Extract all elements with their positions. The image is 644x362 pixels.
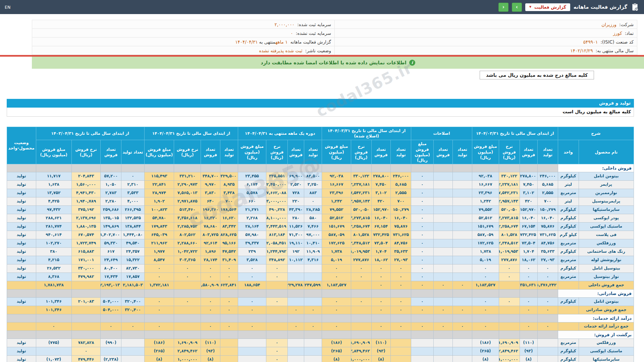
value-cell: ۳,۸۳۰	[201, 189, 220, 197]
col-subheader: تعداد فروش	[288, 140, 304, 164]
section-empty-cell	[499, 331, 520, 339]
value-cell: ۳,۰۰۰,۰۰۰	[266, 197, 288, 206]
value-cell: ۲۳,۴۵۵	[238, 172, 266, 181]
value-cell: ۶۴۰	[201, 197, 220, 206]
value-cell: ۰	[537, 322, 558, 331]
nav-forward-button[interactable]: ›	[512, 3, 522, 12]
section-label: فروش صادراتی:	[558, 290, 634, 298]
value-cell: ۶۱۵,۸۸۳	[71, 248, 100, 256]
value-cell: ۲,۹۷۱,۸۷۵	[174, 197, 201, 206]
section-empty-cell	[371, 290, 391, 298]
section-empty-cell	[121, 314, 145, 322]
value-cell: ۵,۰۱۹	[322, 256, 351, 264]
value-cell: ۰	[411, 214, 434, 223]
value-cell: ۱,۱۸۳,۵۲۷	[472, 281, 499, 290]
value-cell	[304, 356, 322, 362]
value-cell: ۱۶,۰۴۰	[391, 214, 411, 223]
value-cell: ۱۹۶,۳۶۰	[201, 206, 220, 214]
status-cell: تولید	[7, 347, 36, 356]
value-cell: ۱,۴۴۴,۰۸۰	[121, 231, 145, 239]
status-cell	[7, 306, 36, 314]
value-cell: ۰	[499, 264, 520, 273]
value-cell: ۱,۰۱۹,۹۵۳	[499, 248, 520, 256]
value-cell: ۷۱,۳۰۰	[288, 231, 304, 239]
value-cell: ۹۲,۰۳۸	[472, 172, 499, 181]
table-row: بیتوسیل اناملکیلوگرم۰۰۰۰۰۰۰۰۰۰۰۰۰۰۰۸۲,۷۳…	[7, 264, 634, 273]
value-cell: ۰	[371, 322, 391, 331]
report-type-dropdown[interactable]: گزارش فعالیت ▼	[525, 3, 570, 11]
unit-cell: مترمربع	[558, 339, 579, 347]
value-cell: ۲۲۹,۲۷۸	[288, 281, 304, 290]
value-cell: ۱,۲۴۲	[472, 197, 499, 206]
value-cell: ۲۷۸,۸۰۰	[520, 172, 537, 181]
col-subheader: نرخ فروش (ریال)	[174, 140, 201, 164]
section-empty-cell	[266, 331, 288, 339]
col-header-product-name: نام محصول	[579, 140, 634, 164]
value-cell: ۰	[121, 322, 145, 331]
status-cell: تولید	[7, 206, 36, 214]
col-header-desc: شرح	[558, 127, 634, 140]
value-cell: ۴,۹۴۱,۴۳۰	[71, 189, 100, 197]
product-name-cell: فی پلاست	[579, 231, 634, 239]
value-cell: ۰	[499, 298, 520, 306]
value-cell: ۸۰۳,۷۲۵	[201, 231, 220, 239]
value-cell: ۴۷۹,۴۴۶	[71, 356, 100, 362]
section-empty-cell	[238, 331, 266, 339]
value-cell: ۲,۳۴۸,۵۱۲	[351, 239, 371, 248]
value-cell: ۴۲۰	[520, 197, 537, 206]
value-cell: ۴۹۰,۲۲۸	[266, 206, 288, 214]
value-cell: ۰	[371, 264, 391, 273]
value-cell: ۲,۴۵۰,۰۰۰	[266, 181, 288, 189]
col-group-g5: از ابتدای سال مالی تا تاریخ ۱۴۰۳/۰۴/۳۱	[36, 127, 144, 140]
value-cell: ۲۱,۲۷۱	[238, 206, 266, 214]
nav-back-button[interactable]: ‹	[498, 3, 508, 12]
value-cell: ۸,۵۴۷	[144, 256, 174, 264]
value-cell: ۱۹۲	[288, 248, 304, 256]
value-cell: ۲,۷۸۳	[101, 189, 121, 197]
info-table-body: شرکت: ورزیرانسرمایه ثبت شده: ۲,۰۰۰,۰۰۰نم…	[32, 20, 637, 55]
value-cell: ۷۸۲,۸۲۸	[71, 339, 100, 347]
section-empty-cell	[304, 314, 322, 322]
value-cell: ۳۴۸,۸۹۲	[266, 256, 288, 264]
value-cell: ۰	[537, 264, 558, 273]
value-cell: (۷۷۵)	[36, 339, 71, 347]
value-cell: ۰	[266, 298, 288, 306]
info-value: ۵۴۹۹۰۱	[583, 39, 599, 45]
value-cell: ۲۶۶,۳۹۵	[121, 206, 145, 214]
section-empty-cell	[391, 331, 411, 339]
value-cell: ۲۴۶,۰۰۰	[391, 172, 411, 181]
section-empty-cell	[288, 314, 304, 322]
value-cell	[411, 347, 434, 356]
value-cell: ۹۲,۰۳۸	[322, 172, 351, 181]
value-cell: ۰	[411, 256, 434, 264]
value-cell: ۸۴,۷۵۶	[391, 239, 411, 248]
language-toggle[interactable]: EN	[5, 5, 10, 10]
value-cell: ۶۷,۱۵۴	[520, 223, 537, 231]
section-empty-cell	[351, 314, 371, 322]
section-empty-cell	[433, 331, 453, 339]
value-cell	[121, 347, 145, 356]
col-subheader: تعداد فروش	[371, 140, 391, 164]
status-cell: تولید	[7, 256, 36, 264]
value-cell: ۱,۰۵۰	[101, 181, 121, 189]
unit-cell: کیلوگرم	[558, 248, 579, 256]
value-cell: ۲,۲۳۷,۱۸۱	[499, 181, 520, 189]
section-empty-cell	[411, 314, 434, 322]
value-cell: ۰	[371, 273, 391, 281]
value-cell: ۳۰۳,۳۶۵	[174, 256, 201, 264]
value-cell	[220, 356, 238, 362]
total-row: جمع درآمد ارائه خدمات۰۰۰۰۰۰۰۰۰۰۰۰۰۰۰۰۰۰	[7, 322, 634, 331]
section-empty-cell	[322, 331, 351, 339]
section-empty-cell	[499, 314, 520, 322]
value-cell: ۱۶,۰۴۰	[520, 214, 537, 223]
value-cell	[288, 273, 304, 281]
value-cell: ۰	[144, 322, 174, 331]
section-empty-cell	[266, 314, 288, 322]
value-cell: ۳,۲۷۳,۸۱۵	[351, 214, 371, 223]
value-cell: ۰	[322, 322, 351, 331]
value-cell: ۱۴۹,۸۶۹	[101, 223, 121, 231]
value-cell: ۳,۱۰۲	[520, 189, 537, 197]
section-empty-cell	[174, 164, 201, 172]
product-name-cell: بیتومن انامل	[579, 172, 634, 181]
value-cell: ۷,۵۴۲,۲۳۱	[351, 189, 371, 197]
